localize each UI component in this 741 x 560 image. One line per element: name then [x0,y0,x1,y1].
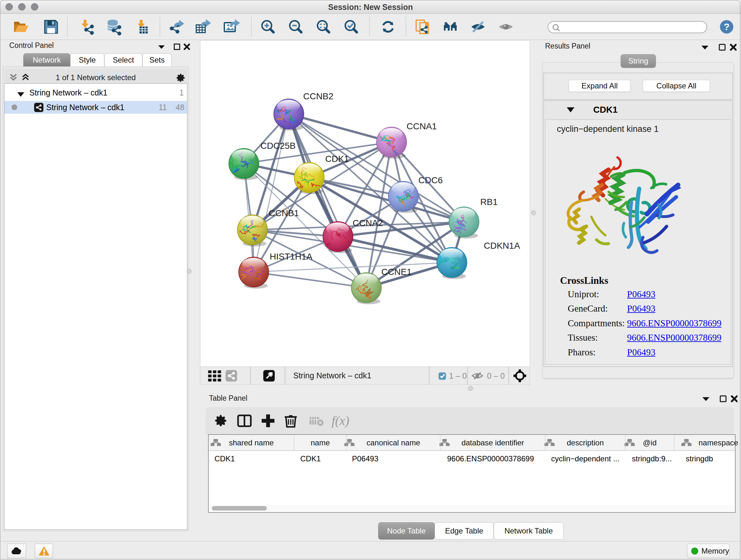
svg-text:CCNA1: CCNA1 [407,121,437,131]
svg-text:CCNE1: CCNE1 [381,267,412,277]
svg-text:1 – 0: 1 – 0 [449,371,467,380]
svg-text:CCNB2: CCNB2 [303,91,333,101]
svg-text:RB1: RB1 [480,197,497,207]
svg-text:HIST1H1A: HIST1H1A [270,252,313,261]
svg-text:CDKN1A: CDKN1A [484,241,520,251]
svg-text:CCNB1: CCNB1 [269,208,299,218]
svg-text:0 – 0: 0 – 0 [487,371,505,380]
svg-text:CDC6: CDC6 [418,175,443,185]
svg-text:f(x): f(x) [332,414,349,428]
svg-text:CCNA2: CCNA2 [353,218,383,228]
svg-text:CDC25B: CDC25B [260,141,295,151]
svg-text:CDK1: CDK1 [325,154,349,164]
